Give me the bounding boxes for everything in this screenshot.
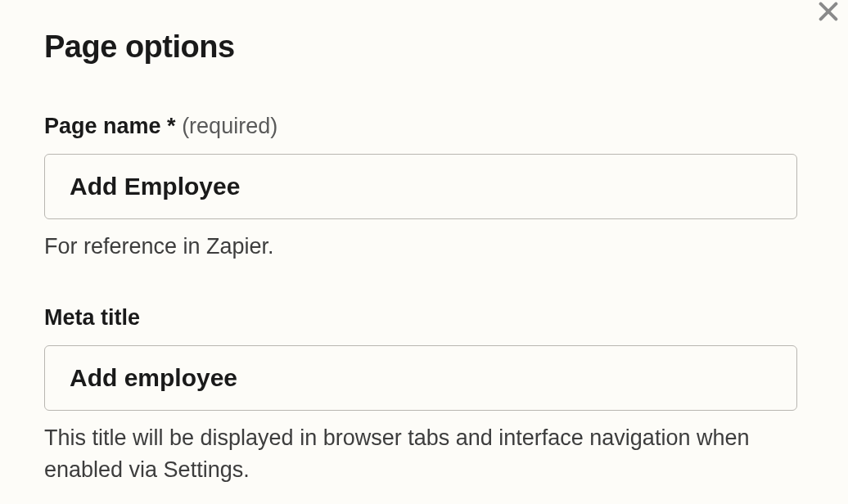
meta-title-input[interactable] <box>44 345 797 411</box>
close-button[interactable] <box>812 0 845 29</box>
required-mark: * <box>167 114 176 138</box>
meta-title-help: This title will be displayed in browser … <box>44 422 797 486</box>
form-scroll-area[interactable]: Page name * (required) For reference in … <box>44 112 804 504</box>
required-text: (required) <box>182 114 277 138</box>
dialog-title: Page options <box>44 29 804 65</box>
close-icon <box>815 0 841 28</box>
meta-title-group: Meta title This title will be displayed … <box>44 304 797 486</box>
page-name-label-text: Page name <box>44 114 161 138</box>
page-options-dialog: Page options Page name * (required) For … <box>0 0 848 504</box>
meta-title-label-text: Meta title <box>44 305 140 330</box>
page-name-input[interactable] <box>44 154 797 219</box>
meta-title-label: Meta title <box>44 304 797 332</box>
page-name-group: Page name * (required) For reference in … <box>44 112 797 263</box>
page-name-help: For reference in Zapier. <box>44 231 797 263</box>
page-name-label: Page name * (required) <box>44 112 797 141</box>
